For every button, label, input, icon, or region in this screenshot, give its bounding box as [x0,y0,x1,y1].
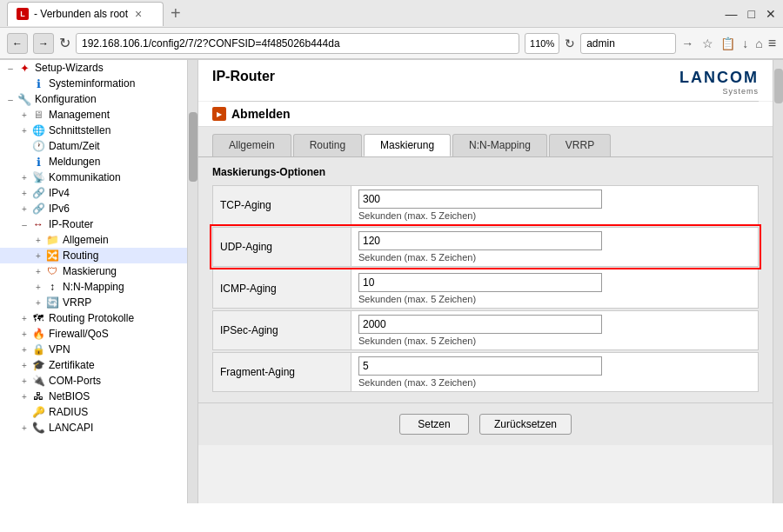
new-tab-button[interactable]: + [171,3,181,23]
sidebar-item-firewall[interactable]: + 🔥 Firewall/QoS [0,326,187,342]
setzen-button[interactable]: Setzen [399,414,469,435]
tab-vrrp[interactable]: VRRP [549,134,611,156]
sidebar-item-vrrp[interactable]: + 🔄 VRRP [0,295,187,310]
mgmt-icon: 🖥 [31,109,45,121]
icmp-aging-label: ICMP-Aging [220,283,277,295]
browser-tab[interactable]: L - Verbunden als root × [7,2,164,26]
expand-icon: + [17,376,31,386]
alert-icon: ℹ [31,156,45,168]
sidebar-item-schnittstellen[interactable]: + 🌐 Schnittstellen [0,123,187,138]
sidebar-label: Kommunikation [49,171,121,183]
home-icon[interactable]: ⌂ [755,37,762,50]
button-bar: Setzen Zurücksetzen [198,402,773,445]
sidebar-item-ipv6[interactable]: + 🔗 IPv6 [0,201,187,216]
maximize-button[interactable]: □ [748,7,755,21]
sidebar-label: Konfiguration [35,93,97,105]
form-section: Maskierungs-Optionen TCP-Aging Sekunden … [198,157,773,402]
zoom-level: 110% [525,33,559,54]
nav-icons: ☆ 📋 ↓ ⌂ [702,37,762,50]
sidebar-item-radius[interactable]: 🔑 RADIUS [0,404,187,420]
com-icon: 🔌 [31,375,45,387]
udp-aging-label: UDP-Aging [220,241,272,253]
nn-icon: ↕ [45,281,59,293]
browser-chrome: L - Verbunden als root × + — □ ✕ ← → ↻ 1… [0,0,783,60]
sidebar-label: IPv4 [49,187,70,199]
fragment-aging-row: Fragment-Aging Sekunden (max. 3 Zeichen) [212,352,759,392]
sidebar-item-routing-protokolle[interactable]: + 🗺 Routing Protokolle [0,310,187,326]
tab-title: - Verbunden als root [34,8,128,20]
icmp-aging-hint: Sekunden (max. 5 Zeichen) [358,294,751,304]
ipsec-aging-input[interactable] [358,315,602,334]
sidebar-item-vpn[interactable]: + 🔒 VPN [0,342,187,357]
expand-icon: + [17,329,31,339]
sidebar-item-meldungen[interactable]: ℹ Meldungen [0,154,187,170]
page-reload-button[interactable]: ↻ [565,37,575,50]
sidebar-label: RADIUS [49,406,88,418]
download-icon[interactable]: ↓ [742,37,748,50]
interface-icon: 🌐 [31,124,45,136]
sidebar-item-allgemein[interactable]: + 📁 Allgemein [0,232,187,248]
content-scrollbar[interactable] [773,60,783,503]
forward-button[interactable]: → [33,33,54,54]
tab-close-button[interactable]: × [135,7,142,21]
tab-allgemein[interactable]: Allgemein [212,134,291,156]
bookmark-icon[interactable]: 📋 [720,37,735,50]
sidebar-label: Meldungen [49,156,100,168]
sidebar-item-datum-zeit[interactable]: 🕐 Datum/Zeit [0,138,187,154]
sidebar-item-nn-mapping[interactable]: + ↕ N:N-Mapping [0,279,187,295]
icmp-aging-input[interactable] [358,273,602,292]
expand-icon: + [31,298,45,308]
sidebar-item-ipv4[interactable]: + 🔗 IPv4 [0,185,187,201]
sidebar-item-kommunikation[interactable]: + 📡 Kommunikation [0,170,187,185]
netbios-icon: 🖧 [31,390,45,402]
wizard-icon: ✦ [17,62,31,74]
url-bar[interactable] [76,33,519,54]
radius-icon: 🔑 [31,406,45,418]
back-button[interactable]: ← [7,33,28,54]
search-input[interactable] [580,33,676,54]
window-controls: — □ ✕ [726,7,776,21]
sidebar-label: Maskierung [63,265,117,277]
sidebar-scrollbar[interactable] [187,60,197,503]
cert-icon: 🎓 [31,359,45,371]
fragment-aging-input[interactable] [358,356,602,376]
main-layout: – ✦ Setup-Wizards ℹ Systeminformation – … [0,60,783,503]
sidebar-item-routing[interactable]: + 🔀 Routing [0,248,187,263]
udp-aging-input[interactable] [358,231,602,250]
tab-icon: L [17,8,29,20]
sidebar-item-ip-router[interactable]: – ↔ IP-Router [0,216,187,232]
expand-icon: + [17,189,31,198]
sidebar-item-management[interactable]: + 🖥 Management [0,107,187,123]
sidebar-item-zertifikate[interactable]: + 🎓 Zertifikate [0,357,187,373]
sidebar-label: COM-Ports [49,375,101,387]
sidebar-item-systeminformation[interactable]: ℹ Systeminformation [0,76,187,91]
routing-icon: 🔀 [45,249,59,262]
sidebar-item-maskierung[interactable]: + 🛡 Maskierung [0,263,187,279]
sidebar-label: IPv6 [49,203,70,215]
reload-button[interactable]: ↻ [59,35,70,51]
sidebar-item-lancapi[interactable]: + 📞 LANCAPI [0,420,187,436]
ipv6-icon: 🔗 [31,203,45,215]
ipsec-aging-label: IPSec-Aging [220,324,278,336]
tab-routing[interactable]: Routing [293,134,362,156]
routprot-icon: 🗺 [31,312,45,324]
tcp-aging-input[interactable] [358,190,602,209]
sidebar-item-setup-wizards[interactable]: – ✦ Setup-Wizards [0,60,187,76]
minimize-button[interactable]: — [726,7,738,21]
sidebar-label: LANCAPI [49,422,93,434]
sidebar-label: Schnittstellen [49,124,110,136]
udp-aging-hint: Sekunden (max. 5 Zeichen) [358,252,751,263]
sidebar-label: NetBIOS [49,390,90,402]
star-icon[interactable]: ☆ [702,37,713,50]
expand-icon: + [17,423,31,433]
go-button[interactable]: → [681,37,693,50]
reset-button[interactable]: Zurücksetzen [479,414,572,435]
tab-nn-mapping[interactable]: N:N-Mapping [452,134,547,156]
sidebar-item-com-ports[interactable]: + 🔌 COM-Ports [0,373,187,389]
abmelden-bar: Abmelden [198,102,773,127]
close-button[interactable]: ✕ [766,7,776,21]
sidebar-item-netbios[interactable]: + 🖧 NetBIOS [0,389,187,404]
tab-maskierung[interactable]: Maskierung [364,134,451,156]
menu-icon[interactable]: ≡ [768,36,776,51]
sidebar-item-konfiguration[interactable]: – 🔧 Konfiguration [0,91,187,107]
